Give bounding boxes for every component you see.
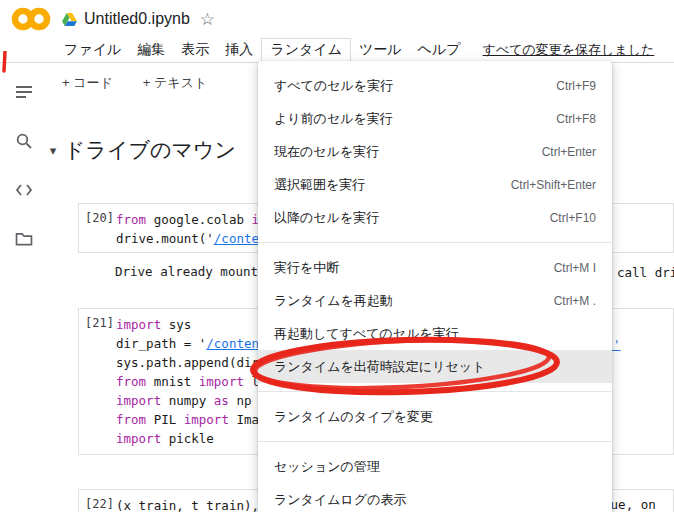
menu-item-run-focused[interactable]: 現在のセルを実行Ctrl+Enter [258,135,612,168]
menu-group: セッションの管理ランタイムログの表示 [258,441,612,512]
menu-file[interactable]: ファイル [56,39,129,61]
menu-edit[interactable]: 編集 [129,39,173,61]
menubar: ファイル編集表示挿入ランタイムツールヘルプ [56,38,469,62]
menu-help[interactable]: ヘルプ [410,39,469,61]
menu-item-label: 再起動してすべてのセルを実行 [274,325,459,343]
menu-group: ランタイムのタイプを変更 [258,391,612,433]
title-row: Untitled0.ipynb ☆ [0,0,674,38]
menu-item-label: 以降のセルを実行 [274,209,379,227]
menu-view[interactable]: 表示 [173,39,217,61]
menu-item-shortcut: Ctrl+F10 [550,211,596,225]
menu-runtime[interactable]: ランタイム [261,38,351,62]
sidebar [0,64,48,512]
menu-item-label: セッションの管理 [274,458,380,476]
code-snippets-icon[interactable] [15,182,33,198]
menu-item-run-all[interactable]: すべてのセルを実行Ctrl+F9 [258,69,612,102]
cell-toolbar: + コード + テキスト [56,70,213,96]
output-text-right-fragment: call dri [617,265,674,280]
save-status-link[interactable]: すべての変更を保存しました [483,41,655,59]
menu-item-restart-runtime[interactable]: ランタイムを再起動Ctrl+M . [258,284,612,317]
menu-item-shortcut: Ctrl+M I [554,261,596,275]
colab-window: Untitled0.ipynb ☆ ファイル編集表示挿入ランタイムツールヘルプ … [0,0,674,512]
menu-item-run-before[interactable]: より前のセルを実行Ctrl+F8 [258,102,612,135]
cell-execution-count: [20] [85,211,114,225]
menu-item-label: ランタイムのタイプを変更 [274,408,433,426]
menu-item-label: より前のセルを実行 [274,110,393,128]
menu-item-show-runtime-logs[interactable]: ランタイムログの表示 [258,483,612,512]
menu-insert[interactable]: 挿入 [217,39,261,61]
header: Untitled0.ipynb ☆ ファイル編集表示挿入ランタイムツールヘルプ … [0,0,674,63]
menu-group: すべてのセルを実行Ctrl+F9より前のセルを実行Ctrl+F8現在のセルを実行… [258,69,612,234]
menu-item-shortcut: Ctrl+F8 [556,112,596,126]
section-title[interactable]: ドライブのマウン [64,136,236,164]
notebook-title[interactable]: Untitled0.ipynb [84,10,190,28]
menu-item-shortcut: Ctrl+F9 [556,79,596,93]
menu-row: ファイル編集表示挿入ランタイムツールヘルプ すべての変更を保存しました [0,38,674,62]
menu-item-shortcut: Ctrl+Enter [542,145,596,159]
menu-tools[interactable]: ツール [351,39,410,61]
cell-execution-count: [21] [85,316,114,330]
cell-execution-count: [22] [85,497,114,511]
menu-item-change-runtime-type[interactable]: ランタイムのタイプを変更 [258,400,612,433]
colab-logo-icon[interactable] [8,6,54,32]
add-code-button[interactable]: + コード [56,70,119,96]
menu-item-manage-sessions[interactable]: セッションの管理 [258,450,612,483]
collapse-arrow-icon[interactable]: ▾ [42,143,64,158]
drive-icon [62,13,77,26]
menu-item-run-selection[interactable]: 選択範囲を実行Ctrl+Shift+Enter [258,168,612,201]
menu-item-label: すべてのセルを実行 [274,77,393,95]
menu-group: 実行を中断Ctrl+M Iランタイムを再起動Ctrl+M .再起動してすべてのセ… [258,242,612,383]
menu-item-label: 実行を中断 [274,259,339,277]
menu-item-label: 現在のセルを実行 [274,143,379,161]
menu-item-shortcut: Ctrl+M . [554,294,596,308]
runtime-dropdown-menu: すべてのセルを実行Ctrl+F9より前のセルを実行Ctrl+F8現在のセルを実行… [258,61,612,512]
section-heading: ▾ ドライブのマウン [42,136,236,164]
search-icon[interactable] [15,133,33,149]
menu-item-restart-run-all[interactable]: 再起動してすべてのセルを実行 [258,317,612,350]
menu-item-factory-reset[interactable]: ランタイムを出荷時設定にリセット [258,350,612,383]
add-text-button[interactable]: + テキスト [137,70,213,96]
menu-item-interrupt[interactable]: 実行を中断Ctrl+M I [258,251,612,284]
star-icon[interactable]: ☆ [200,9,215,30]
menu-item-label: ランタイムログの表示 [274,491,406,509]
table-of-contents-icon[interactable] [15,84,33,100]
menu-item-run-after[interactable]: 以降のセルを実行Ctrl+F10 [258,201,612,234]
files-folder-icon[interactable] [15,231,33,247]
menu-item-label: ランタイムを再起動 [274,292,393,310]
menu-item-label: ランタイムを出荷時設定にリセット [274,358,485,376]
menu-item-shortcut: Ctrl+Shift+Enter [511,178,596,192]
menu-item-label: 選択範囲を実行 [274,176,365,194]
